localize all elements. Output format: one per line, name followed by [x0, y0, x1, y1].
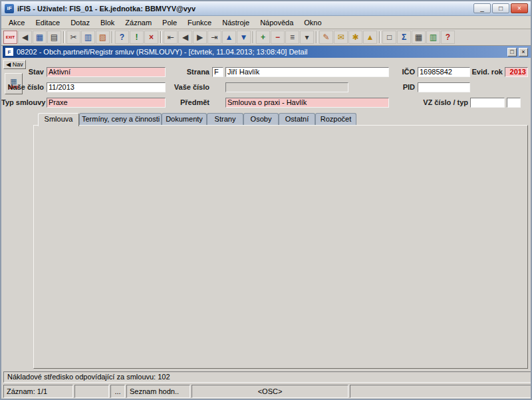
cancel-query-icon[interactable]: ×	[144, 31, 158, 44]
alert-icon[interactable]: ▲	[363, 31, 377, 44]
inner-window-title-bar: F 08202 - Obch.partneři/Registr smluv (R…	[3, 46, 531, 58]
inner-window-title: 08202 - Obch.partneři/Registr smluv (RSM…	[17, 48, 308, 56]
form-icon: F	[5, 48, 13, 56]
toolbar-separator	[63, 31, 65, 43]
record-counter: Záznam: 1/1	[3, 385, 73, 398]
strana-code-field[interactable]: F	[212, 67, 223, 77]
close-button[interactable]: ×	[511, 3, 528, 13]
enter-query-icon[interactable]: ?	[115, 31, 129, 44]
chevron-left-icon: ◀	[6, 61, 11, 68]
tab-terminy[interactable]: Termíny, ceny a činnosti	[79, 113, 162, 126]
next-block-icon[interactable]: ▼	[237, 31, 251, 44]
menu-item-pole[interactable]: Pole	[157, 17, 182, 29]
predmet-field[interactable]: Smlouva o praxi - Havlík	[225, 98, 389, 108]
toolbar-separator	[379, 31, 380, 43]
pid-field[interactable]	[418, 82, 470, 92]
status-segment-empty	[74, 385, 109, 398]
strana-name-field[interactable]: Jiří Havlík	[225, 67, 389, 77]
tab-dokumenty[interactable]: Dokumenty	[162, 113, 207, 126]
predmet-label: Předmět	[171, 98, 209, 108]
exit-icon[interactable]: EXIT	[3, 31, 17, 44]
toolbar-separator	[253, 31, 254, 43]
help-icon[interactable]: ?	[441, 31, 455, 44]
sum-icon[interactable]: Σ	[397, 31, 411, 44]
osc-indicator: <OSC>	[192, 385, 348, 398]
nase-cislo-label: Naše číslo	[3, 82, 44, 92]
tab-strany[interactable]: Strany	[207, 113, 243, 126]
attachment-icon[interactable]: ✉	[334, 31, 348, 44]
menu-item-akce[interactable]: Akce	[3, 17, 30, 29]
toolbar-separator	[160, 31, 162, 43]
tab-osoby[interactable]: Osoby	[243, 113, 279, 126]
menu-item-zaznam[interactable]: Záznam	[120, 17, 157, 29]
copy-icon[interactable]: ▥	[81, 31, 95, 44]
status-message: Nákladové středisko odpovídající za smlo…	[3, 371, 531, 383]
ico-field[interactable]: 16985842	[418, 67, 470, 77]
last-record-icon[interactable]: ⇥	[207, 31, 221, 44]
inner-window-controls: □ ×	[507, 48, 528, 56]
typ-smlouvy-label: Typ smlouvy	[1, 98, 44, 108]
prev-record-icon[interactable]: ◀	[178, 31, 192, 44]
ico-label: IČO	[392, 67, 415, 77]
vase-cislo-field[interactable]	[225, 82, 348, 92]
vz-cislo-label: VZ číslo / typ	[399, 98, 468, 108]
window-title: iFIS - Uživatel: FIS_01 - Ek.jednotka: B…	[17, 5, 196, 13]
menu-item-dotaz[interactable]: Dotaz	[65, 17, 95, 29]
app-window: iF iFIS - Uživatel: FIS_01 - Ek.jednotka…	[0, 0, 532, 400]
menu-item-editace[interactable]: Editace	[30, 17, 65, 29]
list-of-values-icon[interactable]: ▾	[300, 31, 314, 44]
duplicate-record-icon[interactable]: ≡	[285, 31, 299, 44]
menu-item-okno[interactable]: Okno	[299, 17, 327, 29]
smlouva-tab-panel	[33, 125, 528, 369]
execute-query-icon[interactable]: !	[130, 31, 144, 44]
toolbar: EXIT ◀ ▦ ▤ ✂ ▥ ▧ ? ! × ⇤ ◀ ▶ ⇥ ▲ ▼ + − ≡…	[1, 29, 531, 46]
vz-typ-field[interactable]	[507, 98, 521, 108]
nase-cislo-field[interactable]: 11/2013	[47, 82, 166, 92]
calculator-icon[interactable]: ▦	[412, 31, 426, 44]
inner-float-button[interactable]: □	[507, 48, 517, 56]
delete-record-icon[interactable]: −	[271, 31, 285, 44]
typ-smlouvy-field[interactable]: Praxe	[47, 98, 166, 108]
paste-icon[interactable]: ▧	[96, 31, 110, 44]
menu-item-nastroje[interactable]: Nástroje	[217, 17, 255, 29]
window-controls: _ □ ×	[473, 3, 528, 13]
menu-item-funkce[interactable]: Funkce	[182, 17, 217, 29]
app-icon: iF	[5, 4, 14, 13]
vz-cislo-field[interactable]	[470, 98, 505, 108]
prev-block-icon[interactable]: ▲	[222, 31, 236, 44]
menu-item-napoveda[interactable]: Nápověda	[255, 17, 299, 29]
cut-icon[interactable]: ✂	[66, 31, 80, 44]
pid-label: PID	[392, 82, 415, 92]
stav-label: Stav	[13, 67, 44, 77]
first-record-icon[interactable]: ⇤	[164, 31, 178, 44]
save-icon[interactable]: ▦	[33, 31, 47, 44]
toolbar-separator	[316, 31, 317, 43]
seznam-hodnot-button[interactable]: Seznam hodn..	[126, 385, 190, 398]
stav-field[interactable]: Aktivní	[47, 67, 166, 77]
edit-icon[interactable]: ✎	[319, 31, 333, 44]
inner-close-button[interactable]: ×	[519, 48, 528, 56]
status-segment-empty	[350, 385, 531, 398]
next-record-icon[interactable]: ▶	[193, 31, 207, 44]
menu-bar: Akce Editace Dotaz Blok Záznam Pole Funk…	[1, 16, 531, 29]
tab-ostatni[interactable]: Ostatní	[279, 113, 315, 126]
evid-rok-label: Evid. rok	[468, 67, 503, 77]
menu-item-blok[interactable]: Blok	[95, 17, 120, 29]
toolbar-separator	[112, 31, 113, 43]
insert-record-icon[interactable]: +	[256, 31, 270, 44]
minimize-button[interactable]: _	[473, 3, 491, 13]
status-dots[interactable]: ...	[110, 385, 125, 398]
back-icon[interactable]: ◀	[18, 31, 32, 44]
tab-rozpocet[interactable]: Rozpočet	[315, 113, 356, 126]
vase-cislo-label: Vaše číslo	[171, 82, 209, 92]
strana-label: Strana	[180, 67, 209, 77]
maximize-button[interactable]: □	[492, 3, 509, 13]
window-list-icon[interactable]: □	[382, 31, 396, 44]
catalog-icon[interactable]: ▥	[426, 31, 440, 44]
title-bar: iF iFIS - Uživatel: FIS_01 - Ek.jednotka…	[1, 1, 531, 16]
evid-rok-field[interactable]: 2013	[505, 67, 528, 77]
favorites-icon[interactable]: ✱	[348, 31, 362, 44]
print-icon[interactable]: ▤	[47, 31, 61, 44]
tab-smlouva[interactable]: Smlouva	[38, 113, 79, 126]
